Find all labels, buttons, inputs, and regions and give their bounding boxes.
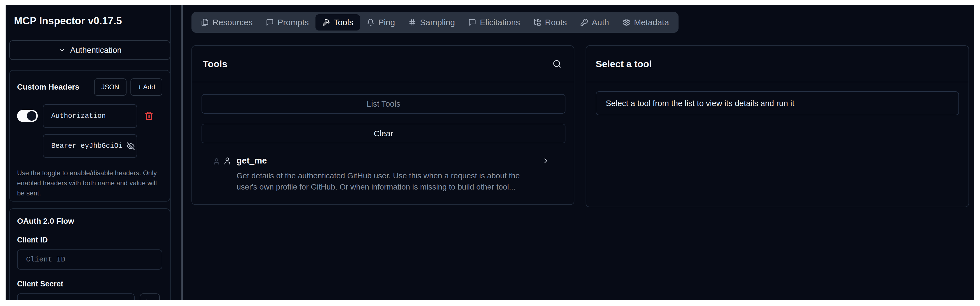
bell-icon: [367, 19, 374, 26]
app-title: MCP Inspector v0.17.5: [14, 15, 122, 27]
user-icon: [223, 157, 231, 193]
header-value-input[interactable]: Bearer eyJhbGciOi: [43, 134, 137, 158]
sidebar-resize-handle[interactable]: [181, 5, 183, 300]
hash-icon: [409, 19, 416, 26]
folder-tree-icon: [533, 19, 541, 26]
message-square-icon: [468, 19, 476, 26]
tab-tools[interactable]: Tools: [315, 14, 360, 30]
eye-off-icon[interactable]: [127, 142, 135, 150]
main-nav-tabbar: Resources Prompts Tools Ping Sampling El…: [191, 12, 679, 33]
tab-metadata[interactable]: Metadata: [616, 14, 676, 30]
authentication-section-label: Authentication: [70, 46, 122, 55]
tab-elicitations[interactable]: Elicitations: [461, 14, 527, 30]
tools-panel-title: Tools: [203, 59, 227, 69]
header-row: Authorization Bearer eyJhbGciOi: [17, 104, 162, 158]
client-id-label: Client ID: [17, 236, 162, 244]
custom-headers-title: Custom Headers: [17, 83, 80, 92]
app-window: MCP Inspector v0.17.5 Authentication Cus…: [6, 5, 974, 300]
hammer-icon: [322, 19, 330, 26]
tools-panel: Tools List Tools Clear get_me: [191, 45, 574, 205]
tool-list-item-get-me[interactable]: get_me Get details of the authenticated …: [202, 156, 565, 193]
search-icon[interactable]: [552, 59, 562, 68]
header-value-text: Bearer eyJhbGciOi: [51, 142, 123, 150]
tool-name: get_me: [237, 156, 540, 166]
client-secret-label: Client Secret: [17, 280, 162, 288]
tool-detail-panel: Select a tool Select a tool from the lis…: [585, 45, 969, 207]
chevron-down-icon: [58, 46, 66, 54]
sidebar: MCP Inspector v0.17.5 Authentication Cus…: [6, 5, 171, 300]
header-enabled-toggle[interactable]: [17, 110, 38, 122]
key-icon: [580, 19, 588, 26]
tab-resources[interactable]: Resources: [194, 14, 259, 30]
oauth-title: OAuth 2.0 Flow: [17, 217, 162, 226]
tab-ping[interactable]: Ping: [360, 14, 402, 30]
tool-description: Get details of the authenticated GitHub …: [237, 170, 540, 193]
detail-panel-title: Select a tool: [596, 59, 652, 69]
empty-state-message: Select a tool from the list to view its …: [596, 91, 959, 115]
header-name-input[interactable]: Authorization: [43, 104, 137, 128]
user-icon-dim: [213, 158, 220, 193]
client-secret-input[interactable]: [17, 293, 135, 300]
tab-roots[interactable]: Roots: [527, 14, 574, 30]
add-header-button[interactable]: + Add: [130, 78, 162, 96]
message-square-icon: [266, 19, 274, 26]
client-id-input[interactable]: [17, 249, 162, 269]
tab-auth[interactable]: Auth: [574, 14, 616, 30]
delete-header-button[interactable]: [145, 112, 153, 120]
tab-sampling[interactable]: Sampling: [402, 14, 461, 30]
toggle-knob: [27, 111, 37, 121]
trash-icon: [145, 112, 153, 120]
eye-off-icon: [146, 299, 154, 300]
gear-icon: [622, 19, 630, 26]
list-tools-button[interactable]: List Tools: [202, 94, 565, 114]
clear-button[interactable]: Clear: [202, 124, 565, 143]
oauth-card: OAuth 2.0 Flow Client ID Client Secret: [9, 208, 170, 300]
tab-prompts[interactable]: Prompts: [259, 14, 315, 30]
reveal-secret-button[interactable]: [140, 293, 160, 300]
headers-help-text: Use the toggle to enable/disable headers…: [17, 168, 158, 198]
custom-headers-card: Custom Headers JSON + Add Authorization: [9, 70, 170, 202]
json-mode-button[interactable]: JSON: [94, 78, 127, 96]
header-name-value: Authorization: [51, 112, 106, 120]
authentication-section-toggle[interactable]: Authentication: [9, 40, 170, 60]
chevron-right-icon: [542, 157, 550, 165]
files-icon: [201, 19, 209, 26]
